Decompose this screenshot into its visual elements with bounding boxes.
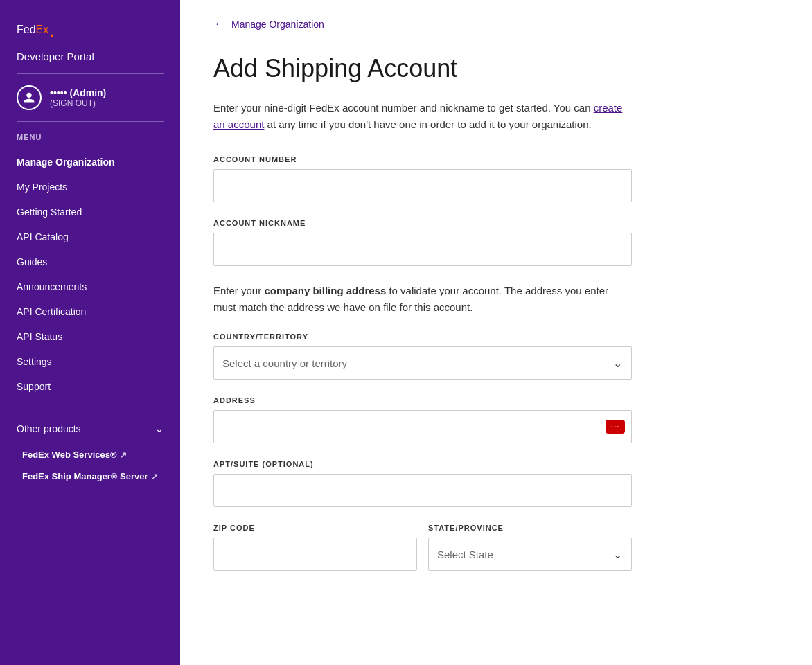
user-name: ••••• (Admin)	[50, 87, 106, 98]
apt-label: APT/SUITE (OPTIONAL)	[213, 460, 632, 468]
country-select-wrapper: Select a country or territory ⌄	[213, 346, 632, 380]
chevron-down-icon: ⌄	[155, 423, 164, 434]
zip-group: ZIP CODE	[213, 524, 417, 571]
fedex-ship-manager-link[interactable]: FedEx Ship Manager® Server ↗	[0, 466, 180, 487]
sidebar-item-api-status[interactable]: API Status	[0, 324, 180, 349]
fedex-logo: FedEx.	[17, 17, 164, 42]
zip-input[interactable]	[213, 538, 417, 571]
account-nickname-label: ACCOUNT NICKNAME	[213, 219, 632, 227]
fedex-ship-manager-label: FedEx Ship Manager® Server	[22, 471, 148, 481]
main-content: ← Manage Organization Add Shipping Accou…	[180, 0, 812, 665]
other-products-label: Other products	[17, 423, 81, 434]
intro-text-post: at any time if you don't have one in ord…	[267, 118, 592, 130]
state-group: STATE/PROVINCE Select State ⌄	[428, 524, 632, 571]
back-navigation[interactable]: ← Manage Organization	[213, 17, 632, 31]
other-products-list: FedEx Web Services® ↗ FedEx Ship Manager…	[0, 441, 180, 490]
sidebar-item-settings[interactable]: Settings	[0, 349, 180, 374]
svg-point-0	[26, 93, 31, 98]
sidebar-item-api-catalog[interactable]: API Catalog	[0, 224, 180, 249]
state-select-wrapper: Select State ⌄	[428, 538, 632, 571]
zip-label: ZIP CODE	[213, 524, 417, 532]
external-link-icon: ↗	[120, 450, 127, 460]
intro-description: Enter your nine-digit FedEx account numb…	[213, 100, 632, 133]
sidebar-item-support[interactable]: Support	[0, 374, 180, 399]
billing-text-pre: Enter your	[213, 285, 261, 296]
back-arrow-icon: ←	[213, 17, 226, 31]
content-inner: ← Manage Organization Add Shipping Accou…	[180, 0, 665, 621]
user-section: ••••• (Admin) (SIGN OUT)	[0, 74, 180, 121]
fedex-dot: .	[48, 17, 55, 42]
account-nickname-group: ACCOUNT NICKNAME	[213, 219, 632, 266]
divider-user	[17, 121, 164, 122]
ex-text: Ex	[36, 24, 49, 36]
sidebar-nav: Manage Organization My Projects Getting …	[0, 150, 180, 399]
intro-text-pre: Enter your nine-digit FedEx account numb…	[213, 102, 591, 114]
portal-label: Developer Portal	[0, 48, 180, 73]
sidebar-item-api-certification[interactable]: API Certification	[0, 299, 180, 324]
autocomplete-icon: ···	[606, 420, 625, 434]
address-group: ADDRESS ···	[213, 396, 632, 443]
back-nav-label: Manage Organization	[231, 19, 324, 30]
billing-address-description: Enter your company billing address to va…	[213, 283, 632, 316]
address-input[interactable]	[213, 410, 632, 443]
address-label: ADDRESS	[213, 396, 632, 405]
sidebar-item-manage-org[interactable]: Manage Organization	[0, 150, 180, 175]
apt-input[interactable]	[213, 474, 632, 507]
logo-area: FedEx.	[0, 0, 180, 48]
avatar	[17, 85, 42, 110]
fedex-web-services-link[interactable]: FedEx Web Services® ↗	[0, 444, 180, 466]
country-group: COUNTRY/TERRITORY Select a country or te…	[213, 332, 632, 380]
country-label: COUNTRY/TERRITORY	[213, 332, 632, 341]
account-number-group: ACCOUNT NUMBER	[213, 155, 632, 202]
state-label: STATE/PROVINCE	[428, 524, 632, 532]
sidebar-item-guides[interactable]: Guides	[0, 249, 180, 274]
divider-bottom	[17, 405, 164, 405]
other-products-section: Other products ⌄ FedEx Web Services® ↗ F…	[0, 411, 180, 495]
other-products-toggle[interactable]: Other products ⌄	[0, 416, 180, 441]
address-input-wrapper: ···	[213, 410, 632, 443]
account-number-input[interactable]	[213, 169, 632, 202]
sign-out-link[interactable]: (SIGN OUT)	[50, 98, 106, 108]
page-title: Add Shipping Account	[213, 53, 632, 83]
menu-label: MENU	[0, 133, 180, 150]
billing-text-bold: company billing address	[264, 285, 386, 296]
sidebar-item-my-projects[interactable]: My Projects	[0, 175, 180, 200]
country-select[interactable]: Select a country or territory	[213, 346, 632, 380]
sidebar-item-announcements[interactable]: Announcements	[0, 274, 180, 299]
fed-text: Fed	[17, 24, 36, 36]
apt-group: APT/SUITE (OPTIONAL)	[213, 460, 632, 507]
sidebar: FedEx. Developer Portal ••••• (Admin) (S…	[0, 0, 180, 665]
account-nickname-input[interactable]	[213, 233, 632, 266]
fedex-web-services-label: FedEx Web Services®	[22, 450, 117, 460]
external-link-icon-2: ↗	[151, 472, 158, 481]
account-number-label: ACCOUNT NUMBER	[213, 155, 632, 163]
sidebar-item-getting-started[interactable]: Getting Started	[0, 200, 180, 224]
state-select[interactable]: Select State	[428, 538, 632, 571]
user-info: ••••• (Admin) (SIGN OUT)	[50, 87, 106, 108]
zip-state-row: ZIP CODE STATE/PROVINCE Select State ⌄	[213, 524, 632, 587]
